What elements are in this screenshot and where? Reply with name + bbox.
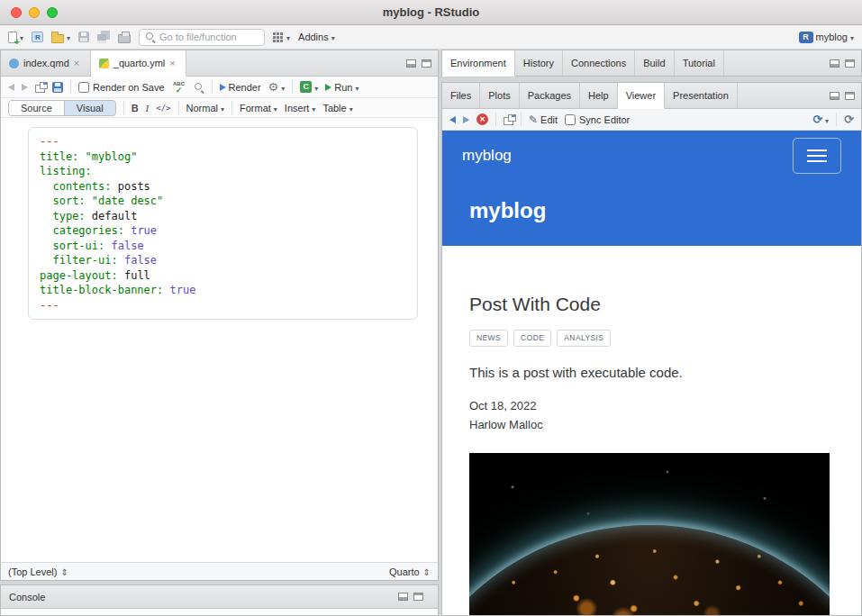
close-window-button[interactable] (11, 7, 22, 18)
viewer-forward-icon[interactable] (463, 116, 469, 123)
sync-editor-input[interactable] (565, 114, 576, 125)
tab-viewer[interactable]: Viewer (618, 83, 665, 109)
post-hero-image (469, 453, 830, 616)
pane-buttons (830, 50, 861, 76)
save-all-button[interactable] (97, 31, 110, 43)
render-button[interactable]: Render (220, 82, 261, 93)
code-button[interactable]: </> (156, 104, 170, 113)
tab-packages[interactable]: Packages (520, 83, 580, 108)
editor-tab-index-qmd[interactable]: index.qmd (1, 50, 91, 76)
spellcheck-icon[interactable]: ABC (172, 81, 186, 94)
maximize-pane-icon[interactable] (845, 92, 855, 100)
console-tab[interactable]: Console (9, 592, 45, 602)
refresh-icon[interactable] (844, 113, 854, 125)
zoom-window-button[interactable] (47, 7, 58, 18)
new-file-button[interactable] (8, 32, 23, 43)
pane-layout-button[interactable] (273, 32, 290, 42)
category-tag[interactable]: CODE (513, 330, 551, 347)
scope-selector[interactable]: (Top Level) (8, 566, 68, 577)
navbar-brand[interactable]: myblog (462, 147, 512, 165)
post-listing-item[interactable]: Post With Code NEWS CODE ANALYSIS This i… (442, 293, 861, 615)
sync-editor-checkbox[interactable]: Sync Editor (565, 114, 630, 125)
post-title-link[interactable]: Post With Code (469, 293, 834, 315)
minimize-window-button[interactable] (29, 7, 40, 18)
editor-canvas[interactable]: ---title: "myblog"listing: contents: pos… (1, 118, 438, 562)
insert-chunk-button[interactable] (300, 81, 318, 93)
popout-icon[interactable] (35, 85, 45, 93)
console-body[interactable] (1, 609, 438, 615)
tab-label: index.qmd (23, 58, 69, 68)
close-icon[interactable] (169, 58, 177, 68)
category-tag[interactable]: NEWS (469, 330, 508, 347)
new-file-icon (8, 32, 17, 43)
tab-environment[interactable]: Environment (442, 50, 515, 77)
minimize-pane-icon[interactable] (830, 59, 839, 68)
project-name: myblog (816, 32, 848, 42)
category-tag[interactable]: ANALYSIS (557, 330, 611, 347)
site-banner-title: myblog (469, 197, 834, 224)
open-file-button[interactable] (51, 32, 70, 43)
bold-button[interactable]: B (132, 103, 139, 113)
run-icon (325, 84, 331, 91)
window-title: myblog - RStudio (383, 5, 480, 19)
tab-label: Viewer (626, 90, 656, 101)
tab-presentation[interactable]: Presentation (665, 83, 738, 108)
site-navbar: myblog (442, 131, 861, 181)
viewer-edit-button[interactable]: Edit (529, 114, 558, 125)
print-button[interactable] (118, 31, 131, 43)
render-settings-button[interactable] (268, 81, 286, 93)
run-button[interactable]: Run (325, 82, 358, 93)
forward-icon[interactable] (22, 84, 28, 91)
project-menu-button[interactable]: myblog (799, 32, 854, 43)
paragraph-style-dropdown[interactable]: Normal (186, 103, 224, 113)
source-mode-button[interactable]: Source (9, 101, 64, 115)
navbar-toggler[interactable] (793, 138, 841, 174)
tab-tutorial[interactable]: Tutorial (675, 50, 724, 76)
viewer-back-icon[interactable] (449, 116, 456, 123)
tab-help[interactable]: Help (580, 83, 618, 108)
new-project-button[interactable] (32, 32, 43, 42)
up-down-icon (423, 566, 431, 577)
goto-file-search[interactable] (139, 29, 265, 46)
files-viewer-pane: Files Plots Packages Help Viewer Present… (441, 82, 862, 616)
save-button[interactable] (78, 32, 89, 42)
file-type-selector[interactable]: Quarto (389, 566, 431, 577)
tab-plots[interactable]: Plots (480, 83, 519, 108)
minimize-pane-icon[interactable] (830, 92, 839, 100)
viewer-toolbar: Edit Sync Editor (442, 109, 861, 131)
visual-mode-button[interactable]: Visual (64, 101, 115, 115)
tab-label: Connections (571, 58, 626, 68)
separator (70, 80, 71, 94)
close-icon[interactable] (74, 58, 82, 68)
back-icon[interactable] (8, 84, 14, 91)
save-icon[interactable] (52, 82, 63, 93)
separator (292, 80, 293, 94)
yaml-code-block[interactable]: ---title: "myblog"listing: contents: pos… (28, 127, 418, 320)
viewer-sync-button[interactable] (812, 113, 829, 125)
find-icon[interactable] (194, 82, 204, 93)
tab-build[interactable]: Build (635, 50, 674, 76)
tab-files[interactable]: Files (442, 83, 480, 108)
format-menu[interactable]: Format (240, 103, 277, 113)
tab-connections[interactable]: Connections (563, 50, 635, 76)
addins-menu-button[interactable]: Addins (298, 32, 335, 42)
table-menu[interactable]: Table (322, 103, 352, 113)
render-on-save-input[interactable] (78, 82, 89, 93)
render-on-save-checkbox[interactable]: Render on Save (78, 82, 165, 93)
minimize-pane-icon[interactable] (398, 593, 408, 601)
print-icon (118, 34, 131, 43)
stop-icon[interactable] (476, 113, 488, 125)
run-label: Run (334, 82, 352, 93)
insert-menu[interactable]: Insert (285, 103, 316, 113)
chevron-down-icon (20, 32, 23, 42)
goto-file-input[interactable] (159, 32, 259, 42)
tab-history[interactable]: History (515, 50, 563, 76)
minimize-pane-icon[interactable] (406, 59, 416, 68)
editor-tab-quarto-yml[interactable]: _quarto.yml (91, 50, 186, 77)
italic-button[interactable]: I (146, 103, 150, 113)
open-in-new-window-icon[interactable] (504, 117, 513, 125)
maximize-pane-icon[interactable] (845, 59, 855, 68)
chevron-down-icon (331, 32, 335, 42)
maximize-pane-icon[interactable] (413, 593, 423, 601)
maximize-pane-icon[interactable] (422, 59, 431, 68)
